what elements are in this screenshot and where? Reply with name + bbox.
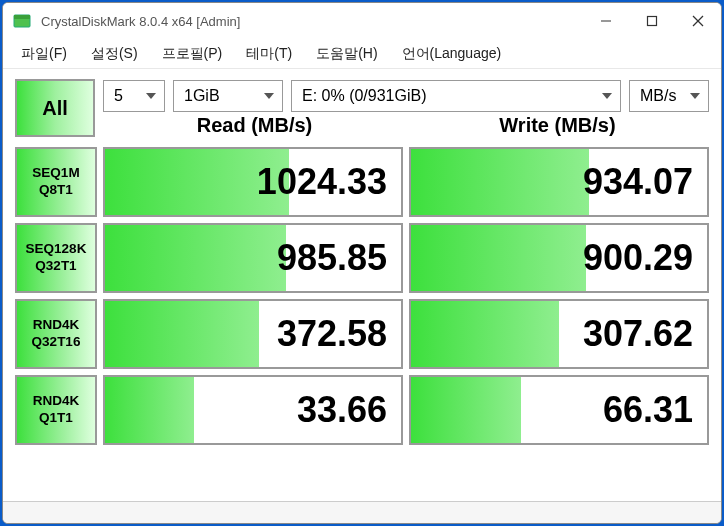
unit-select[interactable]: MB/s [629, 80, 709, 112]
read-bar [105, 377, 194, 443]
menu-theme[interactable]: 테마(T) [234, 41, 304, 67]
titlebar: CrystalDiskMark 8.0.4 x64 [Admin] [3, 3, 721, 39]
write-value-cell: 934.07 [409, 147, 709, 217]
column-headers: Read (MB/s) Write (MB/s) [103, 107, 709, 143]
svg-rect-3 [648, 17, 657, 26]
all-button[interactable]: All [15, 79, 95, 137]
write-bar [411, 301, 559, 367]
write-value: 900.29 [583, 237, 693, 279]
test-row: RND4KQ1T133.6666.31 [15, 375, 709, 445]
read-bar [105, 225, 286, 291]
menu-file[interactable]: 파일(F) [9, 41, 79, 67]
test-label-line1: SEQ1M [32, 165, 79, 182]
test-count-value: 5 [114, 87, 123, 105]
selects-row: 5 1GiB E: 0% (0/931GiB) MB/s [103, 79, 709, 113]
write-bar [411, 149, 589, 215]
test-button-1[interactable]: SEQ128KQ32T1 [15, 223, 97, 293]
read-header: Read (MB/s) [103, 107, 406, 143]
test-size-value: 1GiB [184, 87, 220, 105]
write-bar [411, 377, 521, 443]
menu-language[interactable]: 언어(Language) [390, 41, 514, 67]
svg-rect-1 [14, 15, 30, 19]
maximize-button[interactable] [629, 3, 675, 39]
test-row: RND4KQ32T16372.58307.62 [15, 299, 709, 369]
selects-column: 5 1GiB E: 0% (0/931GiB) MB/s Read (MB/s)… [103, 79, 709, 143]
read-value: 1024.33 [257, 161, 387, 203]
menu-profile[interactable]: 프로필(P) [150, 41, 235, 67]
write-value-cell: 900.29 [409, 223, 709, 293]
read-value: 985.85 [277, 237, 387, 279]
write-value-cell: 66.31 [409, 375, 709, 445]
read-value: 372.58 [277, 313, 387, 355]
read-value: 33.66 [297, 389, 387, 431]
close-button[interactable] [675, 3, 721, 39]
read-value-cell: 985.85 [103, 223, 403, 293]
test-button-2[interactable]: RND4KQ32T16 [15, 299, 97, 369]
write-value-cell: 307.62 [409, 299, 709, 369]
read-bar [105, 301, 259, 367]
write-value: 934.07 [583, 161, 693, 203]
test-label-line1: RND4K [33, 393, 80, 410]
test-label-line1: SEQ128K [26, 241, 87, 258]
test-size-select[interactable]: 1GiB [173, 80, 283, 112]
unit-value: MB/s [640, 87, 676, 105]
window-title: CrystalDiskMark 8.0.4 x64 [Admin] [41, 14, 583, 29]
drive-select[interactable]: E: 0% (0/931GiB) [291, 80, 621, 112]
test-label-line1: RND4K [33, 317, 80, 334]
app-window: CrystalDiskMark 8.0.4 x64 [Admin] 파일(F) … [2, 2, 722, 524]
test-label-line2: Q1T1 [39, 410, 73, 427]
test-count-select[interactable]: 5 [103, 80, 165, 112]
test-label-line2: Q32T16 [32, 334, 81, 351]
test-label-line2: Q8T1 [39, 182, 73, 199]
write-value: 307.62 [583, 313, 693, 355]
tests-container: SEQ1MQ8T11024.33934.07SEQ128KQ32T1985.85… [15, 147, 709, 451]
menubar: 파일(F) 설정(S) 프로필(P) 테마(T) 도움말(H) 언어(Langu… [3, 39, 721, 69]
window-controls [583, 3, 721, 39]
menu-settings[interactable]: 설정(S) [79, 41, 150, 67]
minimize-button[interactable] [583, 3, 629, 39]
content-area: All 5 1GiB E: 0% (0/931GiB) MB/s Read (M… [3, 69, 721, 501]
read-value-cell: 33.66 [103, 375, 403, 445]
drive-value: E: 0% (0/931GiB) [302, 87, 427, 105]
test-row: SEQ1MQ8T11024.33934.07 [15, 147, 709, 217]
menu-help[interactable]: 도움말(H) [304, 41, 389, 67]
test-row: SEQ128KQ32T1985.85900.29 [15, 223, 709, 293]
read-value-cell: 372.58 [103, 299, 403, 369]
read-value-cell: 1024.33 [103, 147, 403, 217]
app-icon [13, 12, 31, 30]
write-value: 66.31 [603, 389, 693, 431]
write-bar [411, 225, 586, 291]
write-header: Write (MB/s) [406, 107, 709, 143]
statusbar [3, 501, 721, 523]
top-controls: All 5 1GiB E: 0% (0/931GiB) MB/s Read (M… [15, 79, 709, 143]
test-label-line2: Q32T1 [35, 258, 76, 275]
test-button-3[interactable]: RND4KQ1T1 [15, 375, 97, 445]
test-button-0[interactable]: SEQ1MQ8T1 [15, 147, 97, 217]
all-button-label: All [42, 97, 68, 120]
